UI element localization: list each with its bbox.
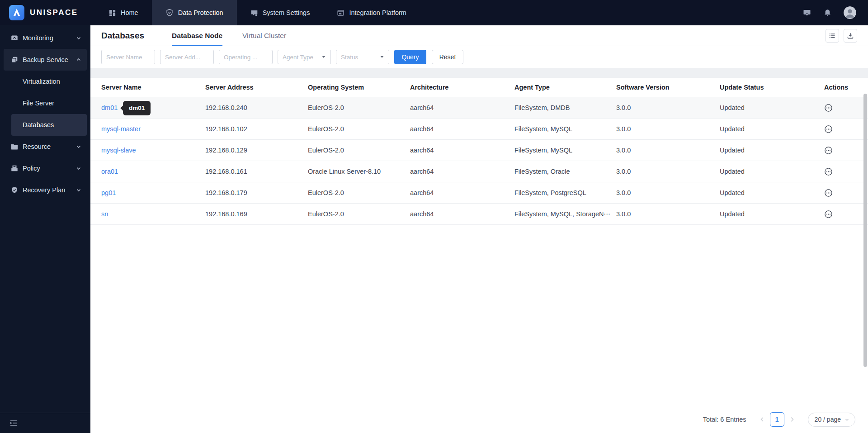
sidebar-item-backup-service[interactable]: Backup Service (4, 49, 87, 71)
sidebar-item-label: Monitoring (23, 34, 53, 42)
row-actions-button[interactable] (824, 125, 833, 133)
page-title: Databases (101, 31, 144, 41)
architecture: aarch64 (410, 104, 514, 111)
nav-item-home[interactable]: Home (95, 0, 152, 25)
server-name-link[interactable]: dm01 (101, 104, 118, 111)
status-placeholder: Status (341, 54, 358, 61)
monitoring-icon (10, 34, 19, 42)
column-header: Architecture (410, 84, 514, 91)
sidebar-footer (0, 413, 90, 433)
nav-item-system-settings[interactable]: System Settings (237, 0, 324, 25)
sidebar-item-policy[interactable]: Policy (4, 157, 87, 179)
sidebar-subitem-databases[interactable]: Databases (11, 114, 87, 136)
server-name-link[interactable]: ora01 (101, 168, 118, 175)
agent-type: FileSystem, Oracle (514, 168, 616, 175)
next-page-icon[interactable] (784, 416, 800, 423)
row-actions-button[interactable] (824, 146, 833, 155)
prev-page-icon[interactable] (755, 416, 770, 423)
status-select[interactable]: Status (336, 50, 389, 64)
sidebar-subitem-file-server[interactable]: File Server (4, 92, 87, 114)
server-name-link[interactable]: pg01 (101, 189, 116, 196)
tab-virtual-cluster[interactable]: Virtual Cluster (242, 25, 286, 46)
sidebar-item-label: Recovery Plan (23, 186, 65, 194)
sidebar-item-recovery-plan[interactable]: Recovery Plan (4, 179, 87, 201)
page-number-button[interactable]: 1 (770, 412, 784, 427)
shield-check-icon (165, 9, 174, 17)
agent-type: FileSystem, MySQL, StorageN⋯ (514, 210, 616, 218)
sidebar-item-label: Virtualization (23, 78, 60, 85)
nav-item-label: Home (121, 9, 138, 16)
update-status: Updated (720, 125, 824, 133)
agent-type-select[interactable]: Agent Type (278, 50, 331, 64)
server-name-input[interactable] (101, 50, 155, 64)
content-tabs: Database Node Virtual Cluster (172, 25, 286, 46)
table-row: ora01 192.168.0.161 Oracle Linux Server-… (90, 161, 868, 182)
operating-system: EulerOS-2.0 (308, 147, 410, 154)
column-header: Agent Type (514, 84, 616, 91)
navbar-right-controls (802, 6, 868, 19)
query-button[interactable]: Query (394, 50, 426, 64)
page-size-value: 20 / page (815, 416, 841, 423)
server-name-link[interactable]: sn (101, 210, 108, 218)
row-actions-button[interactable] (824, 167, 833, 176)
server-name-link[interactable]: mysql-slave (101, 147, 136, 154)
vertical-scrollbar-thumb[interactable] (863, 94, 867, 367)
operating-system-input[interactable] (219, 50, 273, 64)
update-status: Updated (720, 147, 824, 154)
server-address-input[interactable] (160, 50, 214, 64)
ellipsis-circle-icon (824, 146, 833, 155)
server-name-link[interactable]: mysql-master (101, 125, 141, 133)
filter-bar: Agent Type Status Query Reset (90, 46, 868, 68)
row-actions-button[interactable] (824, 210, 833, 219)
brand: UNISPACE (0, 5, 95, 20)
server-address: 192.168.0.161 (205, 168, 308, 175)
sidebar-item-label: Backup Service (23, 56, 68, 63)
table-row: pg01 192.168.0.179 EulerOS-2.0 aarch64 F… (90, 182, 868, 204)
nav-item-data-protection[interactable]: Data Protection (152, 0, 237, 25)
operating-system: EulerOS-2.0 (308, 104, 410, 111)
update-status: Updated (720, 104, 824, 111)
chevron-down-icon (844, 417, 849, 422)
sidebar-item-monitoring[interactable]: Monitoring (4, 27, 87, 49)
software-version: 3.0.0 (616, 104, 720, 111)
server-address: 192.168.0.129 (205, 147, 308, 154)
export-download-button[interactable] (844, 29, 857, 43)
sidebar-item-label: Policy (23, 165, 40, 172)
messages-icon[interactable] (802, 8, 811, 17)
column-settings-button[interactable] (826, 29, 839, 43)
collapse-sidebar-icon[interactable] (9, 419, 18, 428)
nav-item-integration-platform[interactable]: Integration Platform (323, 0, 420, 25)
agent-type-placeholder: Agent Type (283, 54, 313, 61)
list-icon (829, 32, 836, 39)
row-actions-button[interactable] (824, 104, 833, 112)
agent-type: FileSystem, PostgreSQL (514, 189, 616, 196)
sidebar-item-label: File Server (23, 100, 54, 107)
unispace-logo-icon (9, 5, 24, 20)
header-actions (826, 29, 857, 43)
top-navbar: UNISPACE Home Data Protection (0, 0, 868, 25)
row-actions-button[interactable] (824, 189, 833, 197)
sidebar-subitem-virtualization[interactable]: Virtualization (4, 71, 87, 92)
user-avatar[interactable] (844, 6, 856, 19)
tab-database-node[interactable]: Database Node (172, 25, 222, 46)
pagination: Total: 6 Entries 1 20 / page (703, 412, 855, 427)
software-version: 3.0.0 (616, 189, 720, 196)
notifications-bell-icon[interactable] (823, 9, 832, 17)
table-header-row: Server Name Server Address Operating Sys… (90, 78, 868, 97)
architecture: aarch64 (410, 125, 514, 133)
ellipsis-circle-icon (824, 210, 833, 219)
backup-service-icon (10, 56, 19, 64)
recovery-plan-icon (10, 186, 19, 194)
servers-table: Server Name Server Address Operating Sys… (90, 78, 868, 225)
reset-button[interactable]: Reset (432, 50, 463, 64)
software-version: 3.0.0 (616, 147, 720, 154)
operating-system: EulerOS-2.0 (308, 189, 410, 196)
agent-type: FileSystem, DMDB (514, 104, 616, 111)
operating-system: Oracle Linux Server-8.10 (308, 168, 410, 175)
nav-item-label: System Settings (263, 9, 310, 16)
column-header: Server Name (101, 84, 205, 91)
architecture: aarch64 (410, 168, 514, 175)
page-size-select[interactable]: 20 / page (808, 413, 855, 427)
sidebar-item-resource[interactable]: Resource (4, 136, 87, 157)
chevron-down-icon (76, 187, 81, 193)
